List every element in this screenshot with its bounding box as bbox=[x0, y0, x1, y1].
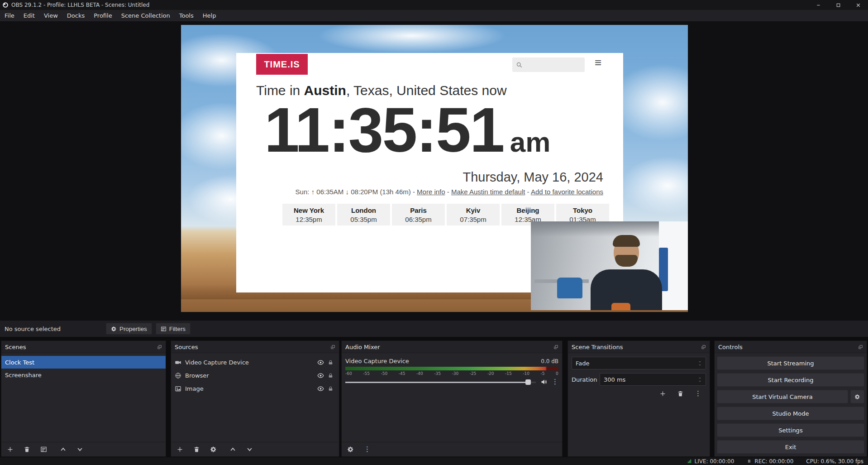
cpu-status: CPU: 0.6%, 30.00 fps bbox=[806, 458, 863, 465]
move-scene-up-icon[interactable] bbox=[60, 446, 67, 453]
transitions-dock-header[interactable]: Scene Transitions bbox=[568, 341, 710, 353]
remove-transition-icon[interactable] bbox=[677, 390, 684, 397]
meter-scale: -60-55-50-45-40-35-30-25-20-15-10-50 bbox=[345, 371, 558, 376]
source-properties-gear-icon[interactable] bbox=[210, 446, 217, 453]
more-info-link: More info bbox=[417, 188, 445, 196]
visibility-eye-icon[interactable] bbox=[317, 385, 324, 392]
source-status-text: No source selected bbox=[5, 326, 61, 332]
dock-popout-icon[interactable] bbox=[701, 345, 706, 350]
remove-source-icon[interactable] bbox=[193, 446, 200, 453]
volume-slider[interactable] bbox=[345, 379, 536, 385]
transition-options-icon[interactable]: ⋮ bbox=[695, 390, 701, 397]
mixer-toolbar: ⋮ bbox=[342, 442, 562, 456]
city-card: Paris06:35pm bbox=[392, 204, 445, 225]
start-virtual-camera-button[interactable]: Start Virtual Camera bbox=[717, 390, 848, 403]
lock-icon[interactable] bbox=[328, 360, 334, 365]
menu-help[interactable]: Help bbox=[198, 10, 221, 21]
spin-arrows-icon[interactable] bbox=[698, 377, 702, 383]
recording-pause-icon bbox=[747, 459, 752, 464]
menubar: File Edit View Docks Profile Scene Colle… bbox=[0, 10, 868, 22]
visibility-eye-icon[interactable] bbox=[317, 372, 324, 379]
menu-tools[interactable]: Tools bbox=[175, 10, 198, 21]
add-source-icon[interactable] bbox=[176, 446, 183, 453]
hamburger-menu-icon: ≡ bbox=[595, 57, 601, 68]
source-item-browser[interactable]: Browser bbox=[171, 369, 339, 382]
move-scene-down-icon[interactable] bbox=[76, 446, 83, 453]
filters-icon bbox=[161, 326, 167, 332]
filters-button[interactable]: Filters bbox=[156, 323, 191, 335]
gear-icon bbox=[854, 394, 860, 400]
scenes-dock-header[interactable]: Scenes bbox=[1, 341, 166, 353]
source-item-image[interactable]: Image bbox=[171, 382, 339, 395]
add-scene-icon[interactable] bbox=[7, 446, 14, 453]
menu-docks[interactable]: Docks bbox=[62, 10, 89, 21]
advanced-audio-gear-icon[interactable] bbox=[347, 446, 354, 453]
start-streaming-button[interactable]: Start Streaming bbox=[717, 356, 864, 370]
duration-label: Duration bbox=[572, 376, 600, 383]
dock-popout-icon[interactable] bbox=[858, 345, 863, 350]
controls-dock-header[interactable]: Controls bbox=[715, 341, 867, 353]
virtual-camera-config-button[interactable] bbox=[850, 390, 864, 403]
move-source-down-icon[interactable] bbox=[246, 446, 253, 453]
transition-select[interactable]: Fade bbox=[572, 357, 706, 369]
scene-item-clock-test[interactable]: Clock Test bbox=[1, 356, 166, 369]
timeis-logo: TIME.IS bbox=[256, 54, 308, 75]
studio-mode-button[interactable]: Studio Mode bbox=[717, 407, 864, 420]
settings-button[interactable]: Settings bbox=[717, 423, 864, 437]
exit-button[interactable]: Exit bbox=[717, 440, 864, 454]
close-button[interactable] bbox=[848, 0, 868, 10]
scene-filters-icon[interactable] bbox=[40, 446, 47, 453]
lock-icon[interactable] bbox=[328, 373, 334, 379]
mixer-level-db: 0.0 dB bbox=[541, 358, 558, 364]
remove-scene-icon[interactable] bbox=[24, 446, 30, 453]
dock-popout-icon[interactable] bbox=[330, 345, 335, 350]
webcam-overlay bbox=[531, 221, 688, 310]
obs-logo-icon bbox=[2, 2, 9, 8]
clock-date: Thursday, May 16, 2024 bbox=[463, 170, 603, 185]
search-input bbox=[512, 58, 585, 72]
dock-popout-icon[interactable] bbox=[553, 345, 558, 350]
move-source-up-icon[interactable] bbox=[229, 446, 236, 453]
mixer-options-icon[interactable]: ⋮ bbox=[364, 446, 371, 453]
audio-mixer-dock-header[interactable]: Audio Mixer bbox=[342, 341, 562, 353]
channel-options-icon[interactable]: ⋮ bbox=[552, 379, 558, 385]
camera-icon bbox=[175, 359, 181, 366]
duration-spinbox[interactable]: 300 ms bbox=[600, 373, 706, 386]
volume-meter bbox=[345, 367, 558, 370]
city-card: Kyiv07:35pm bbox=[447, 204, 500, 225]
maximize-button[interactable] bbox=[828, 0, 848, 10]
live-status: LIVE: 00:00:00 bbox=[687, 458, 734, 465]
lock-icon[interactable] bbox=[328, 386, 334, 392]
menu-edit[interactable]: Edit bbox=[19, 10, 39, 21]
stream-health-icon bbox=[687, 459, 692, 464]
rec-status: REC: 00:00:00 bbox=[747, 458, 793, 465]
menu-file[interactable]: File bbox=[0, 10, 19, 21]
source-list: Video Capture Device Browser Image bbox=[171, 353, 339, 395]
favorite-link: Add to favorite locations bbox=[531, 188, 603, 196]
menu-profile[interactable]: Profile bbox=[89, 10, 116, 21]
sources-toolbar bbox=[171, 442, 339, 456]
sources-dock-header[interactable]: Sources bbox=[171, 341, 339, 353]
menu-view[interactable]: View bbox=[39, 10, 62, 21]
search-icon bbox=[516, 62, 523, 68]
dock-popout-icon[interactable] bbox=[157, 345, 162, 350]
titlebar[interactable]: OBS 29.1.2 - Profile: LLHLS BETA - Scene… bbox=[0, 0, 868, 10]
city-card: London05:35pm bbox=[337, 204, 390, 225]
sources-dock: Sources Video Capture Device Browser Ima… bbox=[171, 340, 339, 457]
visibility-eye-icon[interactable] bbox=[317, 359, 324, 366]
audio-mixer-dock: Audio Mixer Video Capture Device 0.0 dB … bbox=[341, 340, 563, 457]
properties-button[interactable]: Properties bbox=[106, 323, 152, 335]
volume-slider-handle[interactable] bbox=[525, 379, 531, 385]
menu-scene-collection[interactable]: Scene Collection bbox=[117, 10, 175, 21]
obs-window: OBS 29.1.2 - Profile: LLHLS BETA - Scene… bbox=[0, 0, 868, 465]
add-transition-icon[interactable] bbox=[659, 390, 666, 397]
scene-item-screenshare[interactable]: Screenshare bbox=[1, 369, 166, 381]
minimize-button[interactable] bbox=[808, 0, 828, 10]
make-default-link: Make Austin time default bbox=[451, 188, 525, 196]
speaker-mute-icon[interactable] bbox=[540, 379, 547, 385]
start-recording-button[interactable]: Start Recording bbox=[717, 373, 864, 387]
source-item-video-capture[interactable]: Video Capture Device bbox=[171, 356, 339, 369]
window-title: OBS 29.1.2 - Profile: LLHLS BETA - Scene… bbox=[11, 2, 149, 8]
preview-canvas[interactable]: TIME.IS ≡ Time in Austin, Texas, United … bbox=[181, 25, 688, 312]
clock-time: 11:35:51am bbox=[264, 98, 550, 162]
